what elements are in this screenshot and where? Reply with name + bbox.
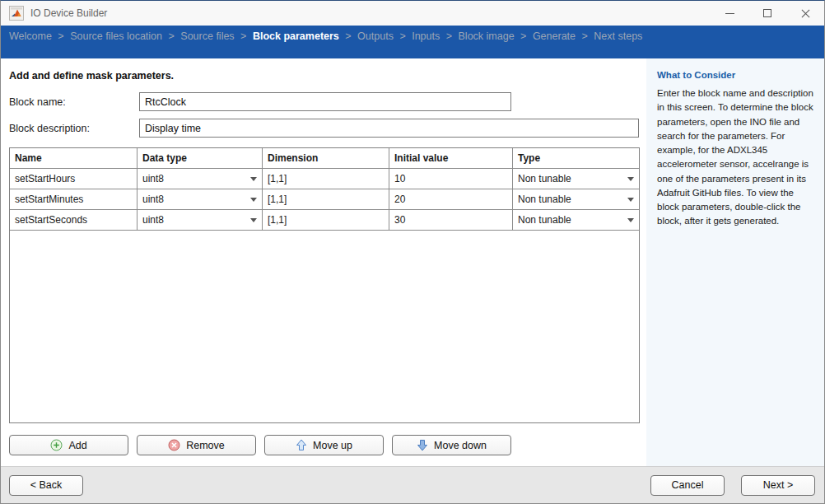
cell-name[interactable]: setStartMinutes — [10, 189, 138, 209]
cell-dimension[interactable]: [1,1] — [263, 189, 389, 209]
dropdown-arrow-icon[interactable] — [250, 177, 257, 181]
cell-data-type[interactable]: uint8 — [138, 189, 263, 209]
dropdown-arrow-icon[interactable] — [627, 218, 634, 222]
column-header-initial-value: Initial value — [389, 148, 513, 168]
window-controls — [711, 1, 824, 26]
cell-initial-value[interactable]: 30 — [389, 210, 513, 230]
breadcrumb-item-block-parameters: Block parameters — [253, 30, 339, 42]
io-device-builder-window: IO Device Builder Welcome > Source files… — [0, 0, 825, 504]
breadcrumb-separator: > — [240, 30, 246, 42]
what-to-consider-panel: What to Consider Enter the block name an… — [646, 58, 824, 466]
cell-type[interactable]: Non tunable — [513, 169, 639, 189]
table-empty-area — [10, 231, 639, 422]
cell-type-value: Non tunable — [518, 214, 571, 226]
matlab-logo-icon — [9, 6, 24, 21]
cell-data-type-value: uint8 — [142, 194, 164, 205]
maximize-icon — [763, 9, 771, 17]
column-header-name: Name — [10, 148, 138, 168]
cell-type[interactable]: Non tunable — [513, 210, 639, 230]
add-button-label: Add — [68, 440, 86, 451]
titlebar: IO Device Builder — [1, 1, 824, 26]
cell-dimension[interactable]: [1,1] — [263, 169, 389, 189]
move-up-button[interactable]: Move up — [264, 435, 384, 455]
cell-type-value: Non tunable — [518, 194, 571, 205]
breadcrumb-separator: > — [169, 30, 175, 42]
move-up-button-label: Move up — [313, 440, 352, 451]
dropdown-arrow-icon[interactable] — [250, 218, 257, 222]
move-up-icon — [296, 439, 307, 451]
maximize-button[interactable] — [748, 1, 786, 26]
cell-initial-value[interactable]: 10 — [389, 169, 513, 189]
cell-type-value: Non tunable — [518, 173, 571, 184]
back-button[interactable]: < Back — [9, 475, 83, 496]
footer-bar: < Back Cancel Next > — [1, 466, 824, 503]
close-button[interactable] — [786, 1, 824, 26]
block-description-input[interactable] — [139, 119, 639, 138]
breadcrumb-bar: Welcome > Source files location > Source… — [1, 26, 824, 58]
minimize-button[interactable] — [711, 1, 748, 26]
table-row: setStartHours uint8 [1,1] 10 Non tunable — [10, 169, 639, 189]
table-row: setStartSeconds uint8 [1,1] 30 Non tunab… — [10, 210, 639, 231]
remove-button[interactable]: Remove — [137, 435, 256, 455]
breadcrumb-separator: > — [345, 30, 351, 42]
column-header-type: Type — [513, 148, 639, 168]
dropdown-arrow-icon[interactable] — [627, 198, 634, 202]
cell-type[interactable]: Non tunable — [513, 189, 639, 209]
window-title: IO Device Builder — [30, 7, 107, 19]
column-header-data-type: Data type — [138, 148, 263, 168]
column-header-dimension: Dimension — [263, 148, 389, 168]
breadcrumb-item-outputs: Outputs — [357, 30, 394, 42]
next-button[interactable]: Next > — [741, 475, 815, 496]
cancel-button[interactable]: Cancel — [650, 475, 725, 496]
table-row: setStartMinutes uint8 [1,1] 20 Non tunab… — [10, 189, 639, 210]
breadcrumb-item-block-image: Block image — [459, 30, 515, 42]
parameters-table: Name Data type Dimension Initial value T… — [9, 147, 640, 423]
cell-data-type[interactable]: uint8 — [138, 169, 263, 189]
what-to-consider-text: Enter the block name and description in … — [657, 86, 816, 229]
block-name-input[interactable] — [139, 92, 511, 111]
breadcrumb-separator: > — [446, 30, 452, 42]
breadcrumb-item-next-steps: Next steps — [594, 30, 642, 42]
table-header-row: Name Data type Dimension Initial value T… — [10, 148, 639, 169]
block-name-label: Block name: — [9, 96, 139, 108]
cell-data-type[interactable]: uint8 — [138, 210, 263, 230]
breadcrumb-separator: > — [520, 30, 526, 42]
close-icon — [800, 8, 811, 19]
cell-data-type-value: uint8 — [142, 214, 164, 226]
page-heading: Add and define mask parameters. — [9, 70, 646, 82]
cell-initial-value[interactable]: 20 — [389, 189, 513, 209]
breadcrumb-item-generate: Generate — [533, 30, 576, 42]
breadcrumb-item-source-files-location: Source files location — [70, 30, 162, 42]
breadcrumb-separator: > — [582, 30, 588, 42]
what-to-consider-title: What to Consider — [657, 70, 816, 80]
breadcrumb-item-source-files: Source files — [180, 30, 234, 42]
move-down-icon — [417, 439, 428, 451]
cell-dimension[interactable]: [1,1] — [263, 210, 389, 230]
dropdown-arrow-icon[interactable] — [250, 198, 257, 202]
minimize-icon — [725, 13, 734, 14]
breadcrumb-item-inputs: Inputs — [412, 30, 440, 42]
add-icon — [50, 439, 63, 451]
move-down-button[interactable]: Move down — [392, 435, 511, 455]
breadcrumb-separator: > — [399, 30, 405, 42]
cell-data-type-value: uint8 — [142, 173, 164, 184]
remove-button-label: Remove — [186, 440, 225, 451]
move-down-button-label: Move down — [434, 440, 487, 451]
breadcrumb-separator: > — [58, 30, 63, 42]
main-panel: Add and define mask parameters. Block na… — [1, 58, 646, 466]
remove-icon — [168, 439, 180, 451]
breadcrumb-item-welcome: Welcome — [9, 30, 52, 42]
dropdown-arrow-icon[interactable] — [627, 177, 634, 181]
cell-name[interactable]: setStartHours — [10, 169, 138, 189]
add-button[interactable]: Add — [9, 435, 128, 455]
block-description-label: Block description: — [9, 123, 139, 134]
cell-name[interactable]: setStartSeconds — [10, 210, 138, 230]
